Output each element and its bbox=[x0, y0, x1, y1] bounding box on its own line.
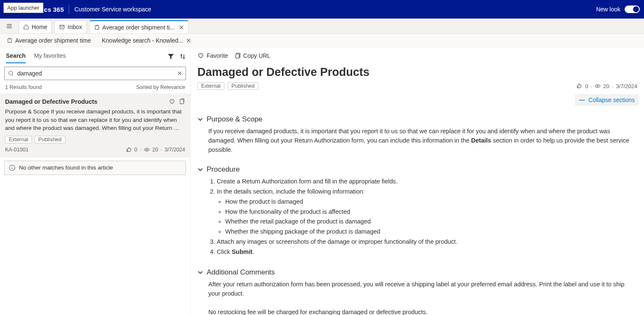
tab-case[interactable]: Average order shipment ti... bbox=[89, 20, 189, 33]
collapse-sections-button[interactable]: — Collapse sections bbox=[575, 94, 639, 106]
subtab-knowledge-label: Knowledge search - Knowled... bbox=[102, 37, 183, 44]
eye-icon bbox=[144, 147, 150, 153]
tab-inbox-label: Inbox bbox=[67, 24, 82, 30]
subtab-close[interactable] bbox=[186, 38, 191, 43]
search-result[interactable]: Damaged or Defective Products Purpose & … bbox=[0, 94, 190, 157]
list-item: Whether the retail package of the produc… bbox=[225, 217, 636, 226]
svg-rect-9 bbox=[60, 25, 65, 29]
svg-point-15 bbox=[597, 85, 599, 87]
tab-inbox[interactable]: Inbox bbox=[54, 20, 86, 33]
favorite-label: Favorite bbox=[207, 52, 228, 59]
no-more-matches: No other matches found in this article bbox=[4, 161, 186, 175]
chip-published: Published bbox=[35, 136, 65, 143]
svg-point-10 bbox=[9, 71, 13, 75]
copyurl-button[interactable]: Copy URL bbox=[234, 52, 271, 59]
info-icon bbox=[9, 164, 16, 171]
filter-button[interactable] bbox=[167, 53, 174, 60]
eye-icon bbox=[595, 83, 601, 89]
chevron-down-icon bbox=[197, 116, 203, 122]
list-item: Create a Return Authorization form and f… bbox=[217, 177, 636, 186]
list-item: Whether the shipping package of the prod… bbox=[225, 227, 636, 237]
svg-rect-14 bbox=[236, 54, 239, 58]
heart-icon bbox=[169, 98, 175, 105]
tab-case-label: Average order shipment ti... bbox=[102, 24, 175, 31]
result-popout[interactable] bbox=[179, 98, 185, 105]
search-icon bbox=[8, 70, 14, 76]
result-likes: 0 bbox=[135, 147, 137, 153]
purpose-paragraph: If you receive damaged products, it is i… bbox=[208, 127, 636, 154]
section-purpose-header[interactable]: Purpose & Scope bbox=[197, 115, 637, 124]
heart-icon bbox=[197, 52, 204, 59]
knowledge-search-pane: Search My favorites 1 Results found Sort… bbox=[0, 47, 191, 315]
brand-name: ics 365 bbox=[42, 6, 64, 13]
minus-icon: — bbox=[579, 97, 585, 103]
additional-p2: No restocking fee will be charged for ex… bbox=[208, 308, 636, 315]
result-favorite[interactable] bbox=[169, 98, 175, 105]
section-procedure-header[interactable]: Procedure bbox=[197, 165, 637, 174]
article-title: Damaged or Defective Products bbox=[191, 62, 644, 81]
subtab-case-label: Average order shipment time bbox=[15, 37, 91, 44]
article-views: 20 bbox=[603, 83, 609, 89]
topbar: App launcher ics 365 Customer Service wo… bbox=[0, 0, 644, 19]
tab-close[interactable] bbox=[179, 25, 184, 30]
popout-icon bbox=[179, 98, 185, 105]
thumbsup-icon bbox=[577, 83, 582, 89]
section-additional-title: Additional Comments bbox=[207, 268, 275, 277]
copyurl-label: Copy URL bbox=[243, 52, 271, 59]
tab-home-label: Home bbox=[32, 24, 47, 30]
section-additional-header[interactable]: Additional Comments bbox=[197, 268, 637, 277]
newlook-toggle[interactable] bbox=[625, 5, 640, 13]
result-title: Damaged or Defective Products bbox=[5, 98, 97, 105]
article-likes: 0 bbox=[585, 83, 588, 89]
no-more-text: No other matches found in this article bbox=[19, 164, 113, 171]
menu-icon bbox=[6, 23, 13, 30]
section-procedure-title: Procedure bbox=[207, 165, 240, 174]
chip-external: External bbox=[5, 136, 32, 143]
search-clear[interactable] bbox=[177, 71, 182, 76]
case-icon bbox=[7, 38, 13, 43]
close-icon bbox=[186, 38, 191, 43]
case-icon bbox=[94, 24, 100, 30]
close-icon bbox=[179, 25, 184, 30]
result-views: 20 bbox=[152, 147, 158, 153]
inbox-icon bbox=[59, 24, 65, 30]
ks-tab-favorites[interactable]: My favorites bbox=[34, 50, 66, 63]
subtab-knowledge[interactable]: Knowledge search - Knowled... bbox=[98, 34, 195, 47]
result-snippet: Purpose & Scope If you receive damaged p… bbox=[5, 108, 185, 132]
chip-published: Published bbox=[228, 82, 259, 90]
subtab-case[interactable]: Average order shipment time bbox=[3, 34, 95, 47]
list-item: In the details section, include the foll… bbox=[217, 187, 636, 237]
subtabbar: Average order shipment time Knowledge se… bbox=[0, 34, 644, 47]
home-icon bbox=[23, 24, 29, 30]
procedure-list: Create a Return Authorization form and f… bbox=[208, 177, 636, 256]
workspace-name: Customer Service workspace bbox=[74, 6, 151, 13]
hamburger-button[interactable] bbox=[3, 19, 16, 33]
copy-icon bbox=[234, 52, 241, 59]
result-id: KA-01001 bbox=[5, 147, 29, 153]
search-box[interactable] bbox=[4, 67, 186, 80]
ks-tab-search[interactable]: Search bbox=[6, 50, 26, 63]
list-item: Attach any images or screenshots of the … bbox=[217, 237, 636, 247]
chevron-down-icon bbox=[197, 269, 203, 275]
tab-home[interactable]: Home bbox=[19, 20, 52, 33]
result-date: 3/7/2024 bbox=[164, 147, 185, 153]
collapse-label: Collapse sections bbox=[588, 97, 635, 103]
svg-rect-11 bbox=[180, 100, 183, 104]
sort-button[interactable] bbox=[179, 53, 186, 60]
tabbar: Home Inbox Average order shipment ti... bbox=[0, 19, 644, 34]
favorite-button[interactable]: Favorite bbox=[197, 52, 228, 59]
chevron-down-icon bbox=[197, 167, 203, 172]
list-item: Click Submit. bbox=[217, 248, 636, 257]
svg-point-12 bbox=[146, 149, 148, 151]
divider bbox=[69, 5, 69, 14]
sort-label: Sorted by Relevance bbox=[136, 84, 185, 90]
funnel-icon bbox=[167, 53, 174, 60]
results-count: 1 Results found bbox=[5, 84, 42, 90]
app-launcher-tooltip: App launcher bbox=[3, 3, 43, 13]
section-purpose-title: Purpose & Scope bbox=[207, 115, 262, 124]
thumbsup-icon bbox=[126, 147, 132, 153]
search-input[interactable] bbox=[17, 70, 174, 77]
chip-external: External bbox=[197, 82, 224, 90]
list-item: How the product is damaged bbox=[225, 197, 636, 207]
article-pane: Favorite Copy URL Damaged or Defective P… bbox=[191, 47, 644, 315]
